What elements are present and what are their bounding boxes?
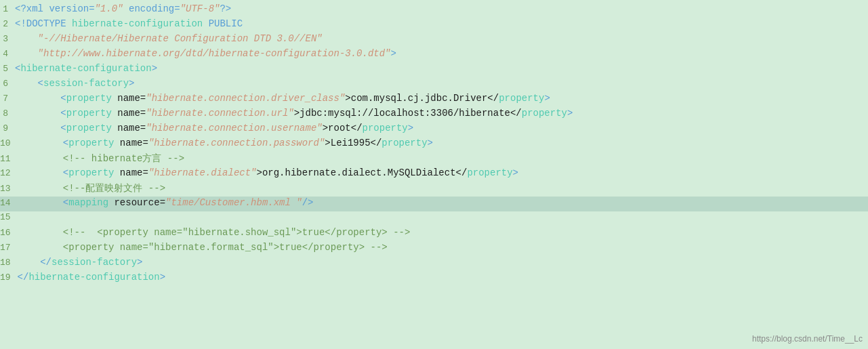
- token: "hibernate.connection.url": [146, 108, 293, 119]
- code-line: 6 <session-factory>: [0, 77, 868, 92]
- code-line: 19</hibernate-configuration>: [0, 271, 868, 286]
- line-content: <!-- <property name="hibernate.show_sql"…: [16, 227, 868, 238]
- token: >: [428, 138, 433, 148]
- token: > -->: [381, 227, 410, 238]
- token: "hibernate.format_sql": [148, 242, 274, 253]
- line-number: 19: [0, 272, 16, 283]
- token: property: [467, 167, 512, 178]
- line-number: 3: [0, 34, 14, 44]
- line-number: 2: [0, 19, 14, 29]
- code-line: 15: [0, 211, 868, 226]
- token: property: [68, 138, 114, 148]
- token: hibernate-configuration: [28, 272, 159, 283]
- token: "-//Hibernate/Hibernate Configuration DT…: [38, 33, 323, 44]
- token: >true</: [296, 227, 336, 238]
- line-content: </session-factory>: [16, 257, 868, 268]
- token: <: [15, 78, 43, 89]
- token: <!-- <: [18, 227, 103, 238]
- code-line: 11 <!-- hibernate方言 -->: [0, 152, 868, 167]
- line-content: "-//Hibernate/Hibernate Configuration DT…: [14, 33, 868, 44]
- code-line: 13 <!--配置映射文件 -->: [0, 182, 868, 197]
- token: name=: [112, 123, 146, 134]
- code-line: 17 <property name="hibernate.format_sql"…: [0, 241, 868, 256]
- token: encoding=: [123, 3, 180, 14]
- line-number: 13: [0, 184, 16, 194]
- token: >: [567, 108, 573, 119]
- token: property: [314, 242, 359, 253]
- token: [15, 33, 38, 44]
- token: >true</: [274, 242, 314, 253]
- token: </: [18, 272, 29, 283]
- token: "hibernate.show_sql": [182, 227, 296, 238]
- token: <!--: [18, 153, 91, 164]
- token: name=: [112, 108, 146, 119]
- token: session-factory: [51, 257, 137, 268]
- token: property: [66, 108, 112, 119]
- token: "1.0": [95, 3, 123, 14]
- token: <: [18, 242, 69, 253]
- line-number: 9: [0, 123, 14, 134]
- line-content: <property name="hibernate.format_sql">tr…: [16, 242, 868, 253]
- token: hibernate-configuration: [20, 63, 151, 74]
- token: resource=: [108, 197, 165, 208]
- line-number: 16: [0, 228, 16, 238]
- token: >: [160, 272, 165, 283]
- token: >: [137, 257, 142, 268]
- token: property: [66, 93, 112, 104]
- token: <: [18, 197, 69, 208]
- line-content: <?xml version="1.0" encoding="UTF-8"?>: [14, 3, 868, 14]
- token: "hibernate.connection.username": [146, 123, 322, 134]
- watermark-text: https://blog.csdn.net/Time__Lc: [752, 334, 863, 344]
- token: >: [513, 167, 518, 178]
- token: property: [381, 138, 427, 148]
- token: />: [302, 197, 314, 208]
- token: [15, 48, 38, 59]
- token: >: [408, 123, 413, 134]
- code-line: 8 <property name="hibernate.connection.u…: [0, 107, 868, 122]
- line-number: 1: [0, 4, 14, 14]
- code-line: 2<!DOCTYPE hibernate-configuration PUBLI…: [0, 18, 868, 33]
- token: <: [15, 123, 66, 134]
- line-content: <hibernate-configuration>: [14, 63, 868, 74]
- code-line: 3 "-//Hibernate/Hibernate Configuration …: [0, 33, 868, 47]
- token: >com.mysql.cj.jdbc.Driver</: [345, 93, 499, 104]
- token: hibernate-configuration: [72, 18, 203, 29]
- line-number: 17: [0, 243, 16, 253]
- token: >org.hibernate.dialect.MySQLDialect</: [257, 167, 468, 178]
- line-content: <!DOCTYPE hibernate-configuration PUBLIC: [14, 18, 868, 29]
- line-number: 10: [0, 138, 16, 148]
- token: >Lei1995</: [325, 138, 381, 148]
- token: "hibernate.connection.password": [148, 138, 325, 148]
- line-number: 18: [0, 258, 16, 268]
- line-content: </hibernate-configuration>: [16, 272, 868, 283]
- line-number: 5: [0, 64, 14, 74]
- token: > -->: [359, 242, 388, 253]
- code-line: 16 <!-- <property name="hibernate.show_s…: [0, 226, 868, 241]
- line-number: 7: [0, 94, 14, 104]
- token: "hibernate.dialect": [148, 167, 257, 178]
- line-content: <property name="hibernate.dialect">org.h…: [16, 167, 868, 178]
- token: property: [336, 227, 381, 238]
- token: <!DOCTYPE: [15, 18, 72, 29]
- token: <?xml version=: [15, 3, 95, 14]
- line-number: 8: [0, 108, 14, 119]
- code-line: 9 <property name="hibernate.connection.u…: [0, 122, 868, 137]
- token: property: [499, 93, 544, 104]
- code-line: 18 </session-factory>: [0, 256, 868, 271]
- line-content: <!-- hibernate方言 -->: [16, 152, 868, 165]
- token: property: [68, 242, 114, 253]
- token: property: [68, 167, 114, 178]
- token: "time/Customer.hbm.xml: [165, 197, 296, 208]
- code-line: 1<?xml version="1.0" encoding="UTF-8"?>: [0, 3, 868, 18]
- token: name=: [112, 93, 146, 104]
- line-content: <property name="hibernate.connection.pas…: [16, 138, 868, 148]
- token: property: [522, 108, 567, 119]
- token: <: [18, 167, 69, 178]
- code-line: 4 "http://www.hibernate.org/dtd/hibernat…: [0, 47, 868, 62]
- token: ?>: [220, 3, 231, 14]
- token: >: [544, 93, 550, 104]
- line-number: 4: [0, 49, 14, 59]
- line-content: "http://www.hibernate.org/dtd/hibernate-…: [14, 48, 868, 59]
- line-number: 12: [0, 168, 16, 178]
- token: session-factory: [43, 78, 129, 89]
